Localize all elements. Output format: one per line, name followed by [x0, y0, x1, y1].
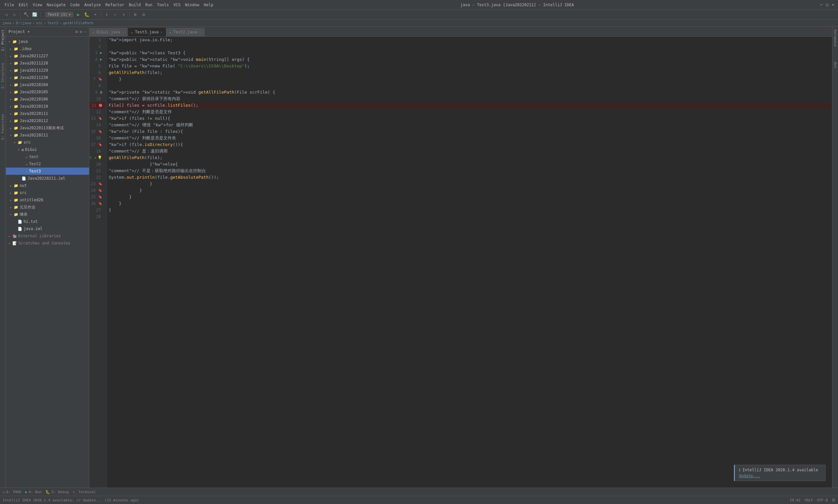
menu-bar[interactable]: FileEditViewNavigateCodeAnalyzeRefactorB…: [3, 2, 215, 8]
bottom-tab-0[interactable]: ☑6: TODO: [3, 490, 21, 494]
window-controls[interactable]: ─ □ ✕: [819, 3, 835, 7]
toolbar-back[interactable]: ◁: [3, 11, 10, 18]
code-content[interactable]: "kw">import java.io.File; "kw">public "k…: [107, 37, 832, 488]
tree-item-3[interactable]: ▸📁Java20211228: [6, 59, 89, 67]
bottom-tab-2[interactable]: 🐛5: Debug: [46, 490, 69, 494]
bottom-tab-label: 6: TODO: [6, 490, 21, 494]
maximize-button[interactable]: □: [825, 3, 830, 7]
tree-item-icon: 📁: [14, 133, 18, 138]
toolbar-forward[interactable]: ▷: [11, 11, 18, 18]
tree-item-26[interactable]: 📄java.iml: [6, 225, 89, 232]
tree-item-21[interactable]: ▸📁src: [6, 189, 89, 196]
breadcrumb-part-4[interactable]: getAllFilePath: [63, 21, 93, 25]
tree-item-13[interactable]: ▾📁Java20220211: [6, 131, 89, 139]
menu-item-help[interactable]: Help: [202, 2, 215, 8]
notification-link[interactable]: Update...: [739, 473, 821, 478]
terminal-btn[interactable]: ⊞: [131, 11, 139, 18]
tab-0[interactable]: ☕DiGui.java✕: [89, 28, 128, 36]
tab-1[interactable]: ☕Test3.java✕: [128, 28, 166, 36]
tree-item-7[interactable]: ▸📁Java20220105: [6, 88, 89, 95]
menu-item-view[interactable]: View: [31, 2, 44, 8]
gutter-line-18: 18: [89, 148, 105, 155]
vcs-push[interactable]: ⬆: [120, 11, 127, 18]
vcs-update[interactable]: ⬇: [103, 11, 110, 18]
tree-item-10[interactable]: ▸📁Java20220111: [6, 110, 89, 117]
menu-item-navigate[interactable]: Navigate: [45, 2, 68, 8]
toolbar-reload[interactable]: 🔄: [31, 11, 38, 18]
tab-ant[interactable]: Ant: [833, 62, 837, 68]
tab-close[interactable]: ✕: [122, 31, 124, 34]
menu-item-edit[interactable]: Edit: [17, 2, 30, 8]
tree-item-23[interactable]: ▸📁元旦作业: [6, 203, 89, 211]
tree-item-28[interactable]: ▸📝Scratches and Consoles: [6, 239, 89, 247]
menu-item-window[interactable]: Window: [183, 2, 201, 8]
code-editor[interactable]: 123▶4▶567🔖89@10111213🔖1415🔖1617🔖1819↺💡20…: [89, 37, 832, 488]
bottom-tab-1[interactable]: ▶4: Run: [25, 490, 41, 494]
tree-item-2[interactable]: ▸📁Java20211227: [6, 52, 89, 59]
bottom-tab-3[interactable]: >_Terminal: [73, 490, 95, 494]
tree-item-18[interactable]: ☕Test3: [6, 167, 89, 175]
tree-item-0[interactable]: ▾📁java: [6, 38, 89, 45]
breadcrumb-part-2[interactable]: src: [36, 21, 42, 25]
tree-item-icon: 📁: [14, 90, 18, 94]
sidebar-header-icons[interactable]: ⊞ ⚙ −: [75, 30, 86, 34]
tab-favorites[interactable]: 5: Favorites: [1, 114, 5, 140]
code-line-15: "kw">for (File file : files){: [109, 128, 831, 135]
tab-database[interactable]: Database: [833, 30, 837, 47]
gutter-line-21: 21: [89, 167, 105, 174]
sidebar-icon-settings[interactable]: ⚙: [80, 30, 82, 34]
status-line-ending[interactable]: CRLF: [804, 498, 813, 502]
breadcrumb-part-3[interactable]: Test3: [48, 21, 58, 25]
tree-item-17[interactable]: ☕Test2: [6, 160, 89, 167]
tree-item-16[interactable]: ☕test: [6, 153, 89, 160]
tree-item-4[interactable]: ▸📁java20211229: [6, 67, 89, 74]
tab-structure[interactable]: 2: Structure: [1, 63, 5, 89]
toolbar-build[interactable]: 🔨: [22, 11, 30, 18]
breadcrumb-part-1[interactable]: D:\java: [16, 21, 31, 25]
status-encoding[interactable]: UTF-8: [817, 498, 828, 502]
code-line-12: "comment">// 判断是否是文件: [109, 109, 831, 115]
tree-item-9[interactable]: ▸📁Java20220110: [6, 103, 89, 110]
settings-btn[interactable]: ⚙: [140, 11, 147, 18]
menu-item-file[interactable]: File: [3, 2, 16, 8]
tree-item-5[interactable]: ▸📁Java20211230: [6, 74, 89, 81]
tab-close[interactable]: ✕: [199, 31, 201, 34]
tree-item-25[interactable]: 📄hi.txt: [6, 218, 89, 225]
menu-item-code[interactable]: Code: [68, 2, 82, 8]
breadcrumb-part-0[interactable]: java: [3, 21, 12, 25]
sidebar-icon-minimize[interactable]: −: [84, 30, 86, 34]
tab-2[interactable]: ☕Test2.java✕: [166, 28, 204, 36]
tree-item-6[interactable]: ▸📁java20220104: [6, 81, 89, 88]
tree-item-27[interactable]: ▸📚External Libraries: [6, 232, 89, 239]
vcs-commit[interactable]: ✓: [112, 11, 119, 18]
menu-item-refactor[interactable]: Refactor: [104, 2, 126, 8]
menu-item-tools[interactable]: Tools: [155, 2, 171, 8]
tab-project[interactable]: 1: Project: [1, 30, 5, 51]
tree-item-icon: 📁: [14, 184, 18, 188]
tree-item-19[interactable]: 📄Java20220211.iml: [6, 175, 89, 182]
run-config-selector[interactable]: Test3 (1) ▾: [45, 12, 73, 17]
close-button[interactable]: ✕: [831, 3, 835, 7]
menu-item-build[interactable]: Build: [127, 2, 143, 8]
tree-item-24[interactable]: ▾📁继承: [6, 211, 89, 218]
gutter-line-17: 17🔖: [89, 141, 105, 148]
sidebar-icon-layout[interactable]: ⊞: [75, 30, 77, 34]
tree-item-12[interactable]: ▸📁Java20220113期末考试: [6, 124, 89, 131]
menu-item-analyze[interactable]: Analyze: [82, 2, 103, 8]
tree-item-1[interactable]: ▸📁.idea: [6, 45, 89, 52]
coverage-button[interactable]: ☂: [92, 11, 99, 18]
tree-item-20[interactable]: ▸📁out: [6, 182, 89, 189]
tree-item-22[interactable]: ▸📁untitled26: [6, 196, 89, 203]
menu-item-vcs[interactable]: VCS: [172, 2, 183, 8]
line-number: 2: [99, 43, 101, 50]
run-button[interactable]: ▶: [75, 11, 82, 18]
tree-item-8[interactable]: ▸📁Java20220106: [6, 95, 89, 103]
menu-item-run[interactable]: Run: [143, 2, 155, 8]
tree-item-14[interactable]: ▾📁src: [6, 139, 89, 146]
tab-close[interactable]: ✕: [161, 31, 163, 34]
minimize-button[interactable]: ─: [819, 3, 824, 7]
debug-button[interactable]: 🐛: [83, 11, 90, 18]
tree-item-11[interactable]: ▸📁Java20220112: [6, 117, 89, 124]
tree-arrow: ▸: [10, 76, 14, 79]
tree-item-15[interactable]: ▾▣DiGui: [6, 146, 89, 153]
